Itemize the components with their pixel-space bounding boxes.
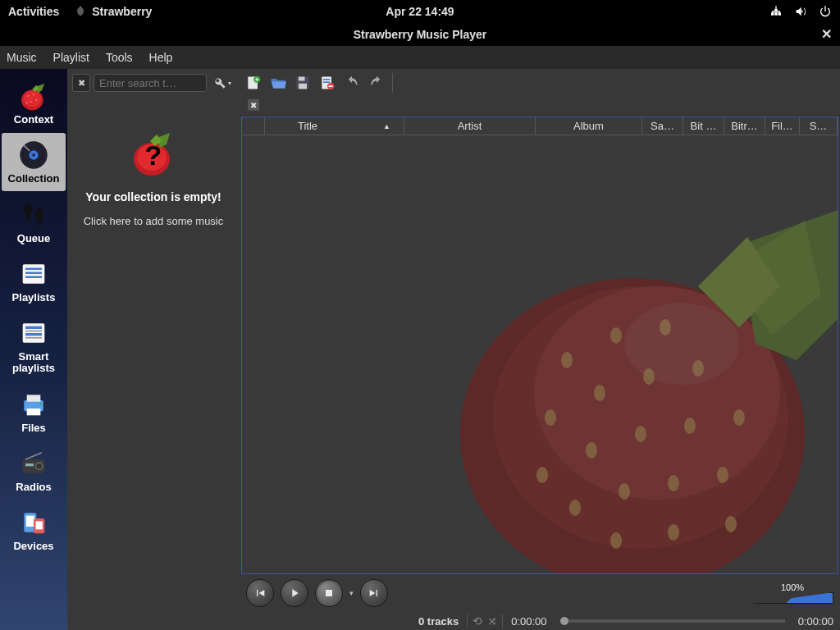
save-playlist-button[interactable] <box>294 74 312 92</box>
redo-icon <box>368 75 385 91</box>
strawberry-icon <box>74 5 87 18</box>
printer-icon <box>17 388 50 421</box>
folder-open-icon <box>270 75 286 91</box>
volume-icon[interactable] <box>794 5 807 18</box>
sidebar-item-devices[interactable]: Devices <box>2 500 66 558</box>
svg-rect-24 <box>25 276 42 278</box>
col-filetype[interactable]: Fil… <box>765 117 800 135</box>
stop-button[interactable] <box>315 579 343 607</box>
grid-body[interactable] <box>242 135 838 573</box>
document-minus-icon <box>319 75 336 91</box>
svg-point-76 <box>624 303 739 385</box>
sidebar-item-playlists[interactable]: Playlists <box>2 252 66 309</box>
svg-point-9 <box>35 99 37 101</box>
col-album[interactable]: Album <box>536 117 642 135</box>
svg-point-67 <box>684 418 696 434</box>
sidebar-item-context[interactable]: Context <box>2 74 66 131</box>
toolbar-divider <box>392 73 393 93</box>
shuffle-button[interactable]: ⤨ <box>487 614 497 628</box>
new-playlist-button[interactable] <box>244 74 262 92</box>
menu-music[interactable]: Music <box>7 51 37 64</box>
sort-asc-icon: ▲ <box>383 122 390 130</box>
empty-collection-message[interactable]: ? Your collection is empty! Click here t… <box>67 97 240 227</box>
svg-point-16 <box>32 154 34 157</box>
svg-rect-53 <box>329 85 333 87</box>
tab-close-button[interactable]: ✖ <box>248 99 259 111</box>
svg-rect-41 <box>36 522 43 530</box>
svg-rect-26 <box>25 326 42 329</box>
svg-point-69 <box>569 500 581 516</box>
activities-button[interactable]: Activities <box>8 5 59 18</box>
svg-point-18 <box>25 215 31 219</box>
sidebar-item-label: Queue <box>17 233 50 244</box>
playlist-toolbar <box>240 69 840 97</box>
svg-point-66 <box>635 426 646 442</box>
menu-help[interactable]: Help <box>149 51 173 64</box>
svg-point-65 <box>586 442 597 459</box>
svg-point-58 <box>610 327 622 344</box>
window-close-button[interactable]: ✕ <box>821 26 832 42</box>
volume-slider[interactable] <box>751 592 833 604</box>
window-titlebar: Strawberry Music Player ✕ <box>0 23 840 46</box>
sidebar-item-label: Radios <box>16 482 51 493</box>
next-button[interactable] <box>360 579 388 607</box>
volume-control[interactable]: 100% <box>751 582 833 604</box>
svg-rect-23 <box>25 272 42 274</box>
search-input[interactable] <box>94 74 207 92</box>
col-artist[interactable]: Artist <box>404 117 536 135</box>
svg-rect-47 <box>299 77 305 81</box>
svg-point-71 <box>668 475 679 491</box>
col-bitdepth[interactable]: Bit … <box>683 117 724 135</box>
open-playlist-button[interactable] <box>269 74 287 92</box>
col-source[interactable]: S… <box>800 117 838 135</box>
svg-point-72 <box>717 467 728 483</box>
power-icon[interactable] <box>819 5 832 18</box>
svg-rect-27 <box>25 331 42 332</box>
undo-button[interactable] <box>343 74 361 92</box>
sidebar-item-label: Smart playlists <box>4 351 63 375</box>
footsteps-icon <box>17 199 50 231</box>
network-icon[interactable] <box>769 5 783 18</box>
col-title[interactable]: Title▲ <box>265 117 404 135</box>
active-app-indicator[interactable]: Strawberry <box>74 5 152 18</box>
col-samplerate[interactable]: Sa… <box>642 117 683 135</box>
col-bitrate[interactable]: Bitr… <box>724 117 765 135</box>
sidebar-item-collection[interactable]: Collection <box>2 133 66 190</box>
repeat-button[interactable]: ⟲ <box>472 614 482 628</box>
empty-title: Your collection is empty! <box>85 190 221 203</box>
sidebar-item-smart-playlists[interactable]: Smart playlists <box>2 311 66 381</box>
sidebar-item-files[interactable]: Files <box>2 382 66 440</box>
svg-point-33 <box>39 403 42 405</box>
svg-point-8 <box>30 101 32 103</box>
track-count: 0 tracks <box>418 615 459 628</box>
devices-icon <box>17 506 50 539</box>
svg-point-75 <box>725 516 737 532</box>
sidebar-item-label: Files <box>21 422 46 434</box>
seek-slider[interactable] <box>560 619 785 623</box>
col-index[interactable] <box>242 117 265 135</box>
smart-playlist-icon <box>17 317 50 349</box>
play-button[interactable] <box>281 579 308 607</box>
sidebar-item-label: Devices <box>13 541 53 552</box>
sidebar-item-queue[interactable]: Queue <box>2 193 66 250</box>
previous-button[interactable] <box>246 579 274 607</box>
total-time: 0:00:00 <box>798 615 833 628</box>
sidebar-item-radios[interactable]: Radios <box>2 441 66 499</box>
svg-point-6 <box>27 95 29 97</box>
svg-point-68 <box>733 409 745 426</box>
svg-point-57 <box>561 352 573 368</box>
menu-tools[interactable]: Tools <box>106 51 133 64</box>
menu-playlist[interactable]: Playlist <box>53 51 89 64</box>
search-options-button[interactable]: ▾ <box>210 74 235 92</box>
svg-rect-32 <box>27 409 41 415</box>
stop-after-dropdown[interactable]: ▾ <box>349 589 354 597</box>
active-app-name: Strawberry <box>92 5 152 18</box>
svg-point-17 <box>24 203 32 215</box>
clock[interactable]: Apr 22 14:49 <box>386 5 454 18</box>
play-icon <box>288 587 301 600</box>
vinyl-icon <box>17 139 50 171</box>
clear-search-button[interactable]: ✖ <box>72 74 90 92</box>
clear-playlist-button[interactable] <box>318 74 336 92</box>
redo-button[interactable] <box>368 74 386 92</box>
svg-rect-39 <box>26 516 34 527</box>
